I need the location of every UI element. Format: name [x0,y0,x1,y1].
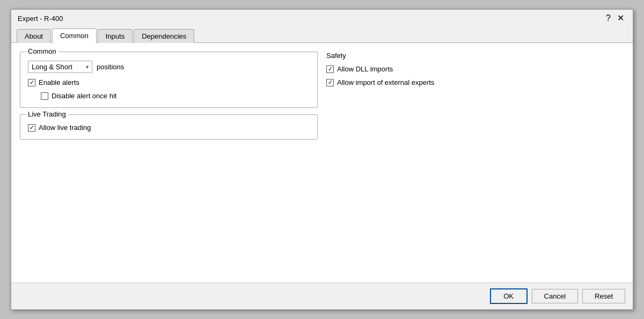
allow-dll-label: Allow DLL imports [337,65,393,73]
live-trading-group-title: Live Trading [26,110,68,118]
title-bar-controls: ? ✕ [604,14,626,23]
safety-section: Safety Allow DLL imports Allow import of… [326,52,624,86]
chevron-down-icon: ▾ [86,64,89,70]
tab-dependencies[interactable]: Dependencies [134,29,194,43]
allow-external-row[interactable]: Allow import of external experts [326,78,624,86]
reset-button[interactable]: Reset [582,289,625,303]
live-trading-group-box: Live Trading Allow live trading [20,114,318,140]
dropdown-value: Long & Short [32,63,72,71]
positions-label: positions [97,63,124,71]
position-dropdown[interactable]: Long & Short ▾ [28,61,92,73]
help-button[interactable]: ? [604,14,613,23]
common-group-box: Common Long & Short ▾ positions [20,52,318,108]
panel-right: Safety Allow DLL imports Allow import of… [326,52,624,274]
safety-group-content: Allow DLL imports Allow import of extern… [326,65,624,86]
tab-common[interactable]: Common [52,28,97,43]
allow-live-trading-checkbox[interactable] [28,124,35,132]
tab-bar: About Common Inputs Dependencies [11,26,633,43]
allow-dll-row[interactable]: Allow DLL imports [326,65,624,73]
disable-alert-label: Disable alert once hit [52,92,116,100]
title-bar: Expert - R-400 ? ✕ [11,10,633,26]
common-group-content: Long & Short ▾ positions Enable alerts [28,61,310,100]
enable-alerts-row[interactable]: Enable alerts [28,78,310,86]
common-group-title: Common [26,47,58,55]
allow-live-trading-row[interactable]: Allow live trading [28,124,310,132]
allow-external-checkbox[interactable] [326,79,334,86]
enable-alerts-checkbox[interactable] [28,79,35,86]
allow-dll-checkbox[interactable] [326,66,334,73]
tab-about[interactable]: About [17,29,51,43]
live-trading-group-content: Allow live trading [28,124,310,132]
footer: OK Cancel Reset [11,282,633,309]
ok-button[interactable]: OK [490,288,528,304]
content-area: Common Long & Short ▾ positions [11,43,633,282]
allow-external-label: Allow import of external experts [337,78,434,86]
disable-alert-checkbox[interactable] [41,92,48,100]
panel-left: Common Long & Short ▾ positions [20,52,318,274]
safety-title: Safety [326,52,346,60]
window-title: Expert - R-400 [18,15,63,23]
dialog-window: Expert - R-400 ? ✕ About Common Inputs D… [11,9,633,310]
panels-row: Common Long & Short ▾ positions [20,52,624,274]
cancel-button[interactable]: Cancel [532,289,578,303]
disable-alert-row[interactable]: Disable alert once hit [41,92,310,100]
allow-live-trading-label: Allow live trading [39,124,91,132]
tab-inputs[interactable]: Inputs [98,29,133,43]
enable-alerts-label: Enable alerts [39,78,79,86]
close-button[interactable]: ✕ [615,14,626,23]
dropdown-row: Long & Short ▾ positions [28,61,310,73]
